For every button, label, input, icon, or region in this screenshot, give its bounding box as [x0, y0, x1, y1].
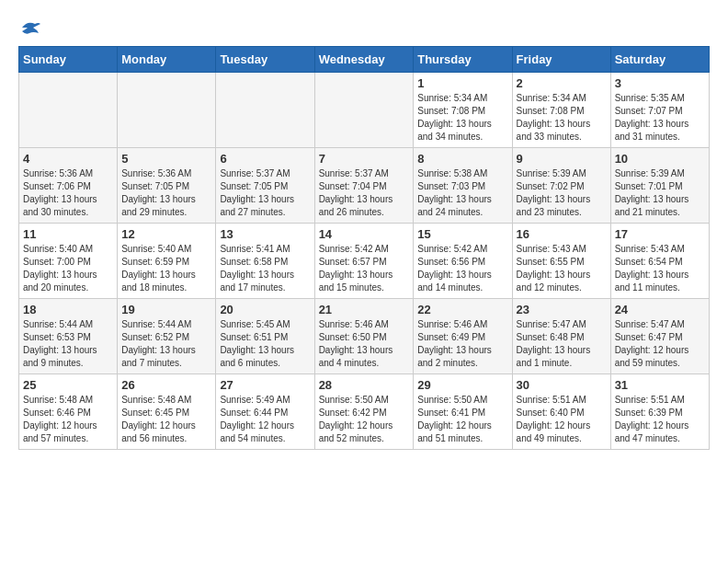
day-info: Sunrise: 5:51 AM Sunset: 6:40 PM Dayligh…: [517, 394, 607, 445]
day-info: Sunrise: 5:36 AM Sunset: 7:06 PM Dayligh…: [23, 167, 113, 219]
calendar-week-1: 1Sunrise: 5:34 AM Sunset: 7:08 PM Daylig…: [19, 73, 710, 148]
day-number: 12: [121, 227, 211, 241]
calendar-cell: 31Sunrise: 5:51 AM Sunset: 6:39 PM Dayli…: [610, 374, 709, 450]
day-number: 25: [23, 378, 113, 392]
day-info: Sunrise: 5:37 AM Sunset: 7:05 PM Dayligh…: [220, 167, 310, 219]
day-info: Sunrise: 5:39 AM Sunset: 7:01 PM Dayligh…: [615, 167, 705, 219]
day-number: 16: [517, 227, 607, 241]
day-header-thursday: Thursday: [414, 47, 512, 73]
day-info: Sunrise: 5:42 AM Sunset: 6:56 PM Dayligh…: [417, 243, 507, 294]
day-number: 18: [23, 303, 113, 316]
day-number: 15: [417, 227, 507, 241]
day-info: Sunrise: 5:48 AM Sunset: 6:46 PM Dayligh…: [23, 394, 113, 445]
day-number: 13: [220, 227, 310, 241]
day-number: 7: [319, 152, 410, 166]
calendar-cell: 2Sunrise: 5:34 AM Sunset: 7:08 PM Daylig…: [512, 73, 610, 148]
day-info: Sunrise: 5:43 AM Sunset: 6:55 PM Dayligh…: [517, 243, 607, 294]
day-info: Sunrise: 5:37 AM Sunset: 7:04 PM Dayligh…: [319, 167, 410, 219]
day-number: 3: [615, 76, 705, 90]
calendar-cell: 27Sunrise: 5:49 AM Sunset: 6:44 PM Dayli…: [216, 374, 314, 450]
day-number: 20: [220, 303, 310, 316]
day-info: Sunrise: 5:34 AM Sunset: 7:08 PM Dayligh…: [517, 92, 607, 144]
day-info: Sunrise: 5:40 AM Sunset: 7:00 PM Dayligh…: [23, 243, 113, 294]
calendar-cell: 6Sunrise: 5:37 AM Sunset: 7:05 PM Daylig…: [216, 148, 314, 224]
day-number: 22: [417, 303, 507, 316]
calendar-cell: 7Sunrise: 5:37 AM Sunset: 7:04 PM Daylig…: [314, 148, 414, 224]
logo: [18, 18, 42, 37]
day-number: 24: [615, 303, 705, 316]
calendar-cell: 28Sunrise: 5:50 AM Sunset: 6:42 PM Dayli…: [314, 374, 414, 450]
day-number: 14: [319, 227, 410, 241]
day-info: Sunrise: 5:46 AM Sunset: 6:50 PM Dayligh…: [319, 318, 410, 370]
calendar-cell: 8Sunrise: 5:38 AM Sunset: 7:03 PM Daylig…: [414, 148, 512, 224]
calendar-cell: 9Sunrise: 5:39 AM Sunset: 7:02 PM Daylig…: [512, 148, 610, 224]
day-number: 11: [23, 227, 113, 241]
calendar-cell: 4Sunrise: 5:36 AM Sunset: 7:06 PM Daylig…: [19, 148, 118, 224]
calendar-cell: 1Sunrise: 5:34 AM Sunset: 7:08 PM Daylig…: [414, 73, 512, 148]
day-info: Sunrise: 5:41 AM Sunset: 6:58 PM Dayligh…: [220, 243, 310, 294]
calendar-cell: 25Sunrise: 5:48 AM Sunset: 6:46 PM Dayli…: [19, 374, 118, 450]
day-number: 6: [220, 152, 310, 166]
calendar-header-row: SundayMondayTuesdayWednesdayThursdayFrid…: [19, 47, 710, 73]
calendar-cell: 5Sunrise: 5:36 AM Sunset: 7:05 PM Daylig…: [118, 148, 216, 224]
calendar-cell: 18Sunrise: 5:44 AM Sunset: 6:53 PM Dayli…: [19, 299, 118, 374]
day-info: Sunrise: 5:47 AM Sunset: 6:47 PM Dayligh…: [615, 318, 705, 370]
calendar-cell: 26Sunrise: 5:48 AM Sunset: 6:45 PM Dayli…: [118, 374, 216, 450]
day-header-friday: Friday: [512, 47, 610, 73]
day-number: 26: [121, 378, 211, 392]
calendar-week-2: 4Sunrise: 5:36 AM Sunset: 7:06 PM Daylig…: [19, 148, 710, 224]
calendar-week-3: 11Sunrise: 5:40 AM Sunset: 7:00 PM Dayli…: [19, 224, 710, 299]
calendar-cell: 24Sunrise: 5:47 AM Sunset: 6:47 PM Dayli…: [610, 299, 709, 374]
day-number: 8: [417, 152, 507, 166]
calendar-cell: 20Sunrise: 5:45 AM Sunset: 6:51 PM Dayli…: [216, 299, 314, 374]
logo-bird-icon: [20, 18, 42, 37]
day-number: 1: [417, 76, 507, 90]
day-info: Sunrise: 5:44 AM Sunset: 6:53 PM Dayligh…: [23, 318, 113, 370]
day-number: 2: [517, 76, 607, 90]
day-info: Sunrise: 5:44 AM Sunset: 6:52 PM Dayligh…: [121, 318, 211, 370]
day-info: Sunrise: 5:49 AM Sunset: 6:44 PM Dayligh…: [220, 394, 310, 445]
calendar-cell: [216, 73, 314, 148]
calendar-cell: 10Sunrise: 5:39 AM Sunset: 7:01 PM Dayli…: [610, 148, 709, 224]
day-info: Sunrise: 5:47 AM Sunset: 6:48 PM Dayligh…: [517, 318, 607, 370]
day-info: Sunrise: 5:36 AM Sunset: 7:05 PM Dayligh…: [121, 167, 211, 219]
calendar-week-5: 25Sunrise: 5:48 AM Sunset: 6:46 PM Dayli…: [19, 374, 710, 450]
day-header-wednesday: Wednesday: [314, 47, 414, 73]
day-number: 10: [615, 152, 705, 166]
day-info: Sunrise: 5:50 AM Sunset: 6:41 PM Dayligh…: [417, 394, 507, 445]
day-info: Sunrise: 5:51 AM Sunset: 6:39 PM Dayligh…: [615, 394, 705, 445]
day-info: Sunrise: 5:35 AM Sunset: 7:07 PM Dayligh…: [615, 92, 705, 144]
day-number: 29: [417, 378, 507, 392]
calendar-cell: 30Sunrise: 5:51 AM Sunset: 6:40 PM Dayli…: [512, 374, 610, 450]
day-info: Sunrise: 5:50 AM Sunset: 6:42 PM Dayligh…: [319, 394, 410, 445]
day-info: Sunrise: 5:48 AM Sunset: 6:45 PM Dayligh…: [121, 394, 211, 445]
calendar-cell: 12Sunrise: 5:40 AM Sunset: 6:59 PM Dayli…: [118, 224, 216, 299]
calendar-cell: 3Sunrise: 5:35 AM Sunset: 7:07 PM Daylig…: [610, 73, 709, 148]
day-info: Sunrise: 5:40 AM Sunset: 6:59 PM Dayligh…: [121, 243, 211, 294]
calendar-cell: 17Sunrise: 5:43 AM Sunset: 6:54 PM Dayli…: [610, 224, 709, 299]
day-number: 28: [319, 378, 410, 392]
calendar-cell: 19Sunrise: 5:44 AM Sunset: 6:52 PM Dayli…: [118, 299, 216, 374]
calendar-cell: 29Sunrise: 5:50 AM Sunset: 6:41 PM Dayli…: [414, 374, 512, 450]
day-header-sunday: Sunday: [19, 47, 118, 73]
day-info: Sunrise: 5:42 AM Sunset: 6:57 PM Dayligh…: [319, 243, 410, 294]
calendar-cell: 11Sunrise: 5:40 AM Sunset: 7:00 PM Dayli…: [19, 224, 118, 299]
calendar-cell: 21Sunrise: 5:46 AM Sunset: 6:50 PM Dayli…: [314, 299, 414, 374]
day-number: 4: [23, 152, 113, 166]
day-number: 27: [220, 378, 310, 392]
day-number: 17: [615, 227, 705, 241]
calendar-cell: [118, 73, 216, 148]
day-number: 19: [121, 303, 211, 316]
day-info: Sunrise: 5:43 AM Sunset: 6:54 PM Dayligh…: [615, 243, 705, 294]
calendar-week-4: 18Sunrise: 5:44 AM Sunset: 6:53 PM Dayli…: [19, 299, 710, 374]
day-header-tuesday: Tuesday: [216, 47, 314, 73]
day-number: 5: [121, 152, 211, 166]
calendar-cell: 23Sunrise: 5:47 AM Sunset: 6:48 PM Dayli…: [512, 299, 610, 374]
calendar-cell: 14Sunrise: 5:42 AM Sunset: 6:57 PM Dayli…: [314, 224, 414, 299]
day-info: Sunrise: 5:46 AM Sunset: 6:49 PM Dayligh…: [417, 318, 507, 370]
day-number: 21: [319, 303, 410, 316]
day-info: Sunrise: 5:38 AM Sunset: 7:03 PM Dayligh…: [417, 167, 507, 219]
day-info: Sunrise: 5:34 AM Sunset: 7:08 PM Dayligh…: [417, 92, 507, 144]
calendar-cell: 13Sunrise: 5:41 AM Sunset: 6:58 PM Dayli…: [216, 224, 314, 299]
page-header: [18, 18, 710, 37]
